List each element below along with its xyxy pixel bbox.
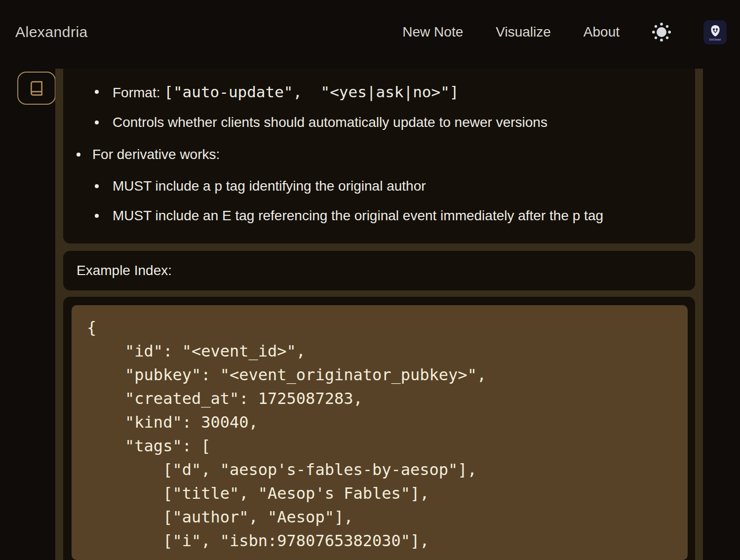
sun-icon	[652, 23, 671, 41]
gitcitadel-logo[interactable]: GitCitadel	[703, 20, 727, 44]
book-icon	[29, 80, 44, 96]
nav-visualize[interactable]: Visualize	[496, 24, 551, 40]
list-item: Format: ["auto-update", "<yes|ask|no>"]	[77, 83, 683, 101]
list-item: MUST include a p tag identifying the ori…	[77, 178, 683, 195]
list-item-text: Format: ["auto-update", "<yes|ask|no>"]	[113, 83, 459, 101]
bullet-icon	[95, 184, 99, 188]
nav-about[interactable]: About	[584, 24, 620, 40]
list-item: For derivative works:	[77, 146, 683, 163]
card-gap	[63, 290, 695, 297]
list-item-text: Controls whether clients should automati…	[113, 114, 547, 131]
bullet-icon	[95, 120, 99, 124]
example-heading: Example Index:	[77, 263, 172, 279]
toc-button[interactable]	[17, 72, 56, 105]
app-header: Alexandria New Note Visualize About	[0, 0, 740, 64]
bullet-icon	[95, 90, 99, 94]
inline-code: ["auto-update", "<yes|ask|no>"]	[164, 83, 459, 101]
list-item: Controls whether clients should automati…	[77, 114, 683, 131]
bullet-icon	[77, 153, 80, 157]
list-item: MUST include an E tag referencing the or…	[77, 207, 683, 224]
main-nav: New Note Visualize About	[402, 20, 727, 44]
list-item-text: For derivative works:	[92, 146, 220, 163]
list-item-text: MUST include a p tag identifying the ori…	[113, 178, 426, 195]
shield-icon	[709, 25, 721, 38]
logo-caption: GitCitadel	[709, 38, 721, 41]
list-item-text: MUST include an E tag referencing the or…	[113, 207, 603, 224]
app-title: Alexandria	[15, 24, 88, 40]
bullet-icon	[95, 214, 99, 218]
nav-new-note[interactable]: New Note	[402, 24, 463, 40]
card-gap	[63, 243, 695, 251]
example-heading-card: Example Index:	[63, 251, 695, 290]
example-code-card: { "id": "<event_id>", "pubkey": "<event_…	[63, 297, 695, 560]
spec-list-card: Format: ["auto-update", "<yes|ask|no>"] …	[63, 69, 695, 243]
json-code-block: { "id": "<event_id>", "pubkey": "<event_…	[72, 305, 688, 560]
theme-toggle-button[interactable]	[652, 23, 671, 41]
document-content: Format: ["auto-update", "<yes|ask|no>"] …	[55, 69, 703, 560]
